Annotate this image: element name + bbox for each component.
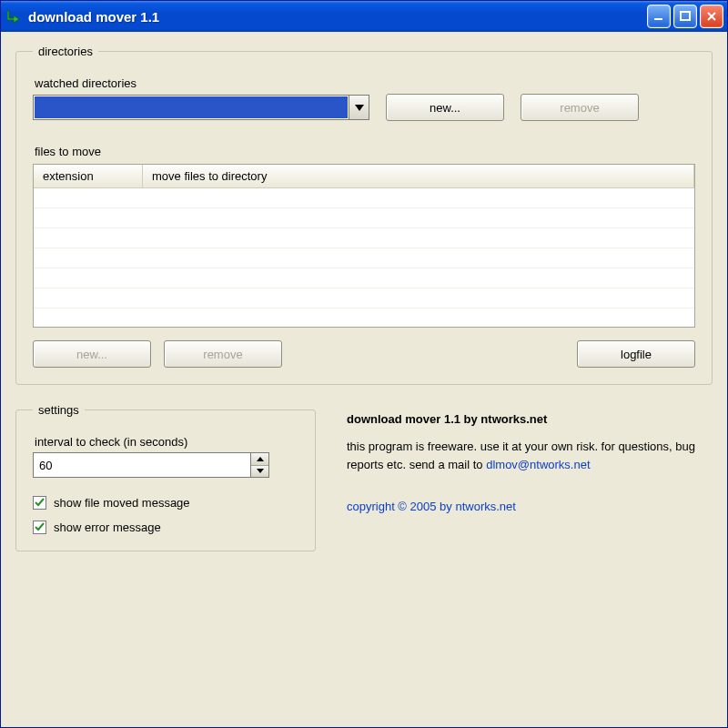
- settings-legend: settings: [33, 403, 85, 417]
- chevron-down-icon: [355, 105, 364, 111]
- table-row: [34, 268, 694, 288]
- svg-rect-0: [654, 18, 662, 20]
- about-email-link[interactable]: dlmov@ntworks.net: [486, 458, 590, 471]
- close-button[interactable]: [700, 5, 723, 28]
- column-header-directory[interactable]: move files to directory: [143, 165, 694, 187]
- files-table[interactable]: extension move files to directory: [33, 164, 695, 328]
- about-copyright: copyright © 2005 by ntworks.net: [347, 498, 707, 516]
- column-header-extension[interactable]: extension: [34, 165, 143, 187]
- about-panel: download mover 1.1 by ntworks.net this p…: [341, 403, 713, 517]
- watched-directories-dropdown-button[interactable]: [349, 96, 369, 119]
- titlebar: download mover 1.1: [1, 1, 727, 32]
- table-row: [34, 248, 694, 268]
- show-moved-label: show file moved message: [54, 496, 190, 510]
- application-window: download mover 1.1 directories watched d…: [0, 0, 728, 728]
- chevron-down-icon: [257, 469, 264, 473]
- chevron-up-icon: [257, 457, 264, 461]
- minimize-button[interactable]: [647, 5, 671, 28]
- settings-group: settings interval to check (in seconds) …: [15, 403, 316, 551]
- interval-input[interactable]: [34, 453, 250, 477]
- show-error-checkbox[interactable]: [33, 521, 46, 534]
- about-body: this program is freeware. use it at your…: [347, 438, 707, 474]
- directories-legend: directories: [33, 45, 98, 58]
- table-row: [34, 208, 694, 228]
- directories-group: directories watched directories new... r…: [15, 45, 713, 385]
- watched-directories-combo[interactable]: [33, 95, 369, 120]
- watched-directories-selection: [35, 96, 348, 118]
- remove-file-rule-button[interactable]: remove: [164, 340, 282, 368]
- files-to-move-label: files to move: [35, 145, 695, 158]
- window-title: download mover 1.1: [28, 9, 644, 25]
- new-directory-button[interactable]: new...: [386, 94, 504, 121]
- table-row: [34, 188, 694, 208]
- remove-directory-button[interactable]: remove: [521, 94, 639, 121]
- table-row: [34, 288, 694, 308]
- interval-spinner: [33, 452, 269, 478]
- show-error-label: show error message: [54, 521, 161, 534]
- interval-step-up[interactable]: [251, 453, 268, 466]
- maximize-button[interactable]: [673, 5, 697, 28]
- interval-step-down[interactable]: [251, 466, 268, 478]
- app-icon: [6, 8, 23, 25]
- table-row: [34, 308, 694, 328]
- watched-directories-label: watched directories: [35, 76, 695, 90]
- show-moved-checkbox[interactable]: [33, 496, 46, 510]
- interval-label: interval to check (in seconds): [35, 435, 298, 449]
- logfile-button[interactable]: logfile: [577, 340, 695, 368]
- svg-rect-1: [681, 12, 690, 20]
- new-file-rule-button[interactable]: new...: [33, 340, 151, 368]
- table-row: [34, 228, 694, 248]
- files-table-body: [34, 188, 694, 327]
- about-heading: download mover 1.1 by ntworks.net: [347, 410, 707, 429]
